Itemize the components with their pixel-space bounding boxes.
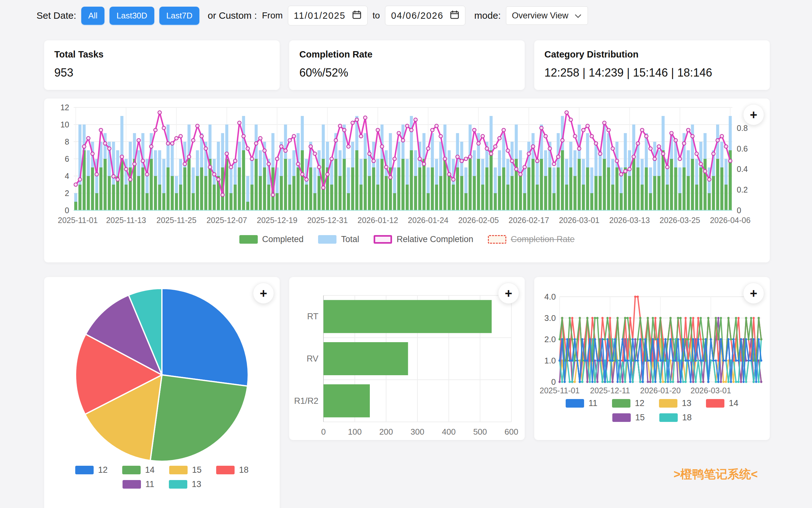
legend-item-12[interactable]: 12 (612, 398, 644, 408)
from-date-input[interactable]: 11/01/2025 (288, 6, 368, 26)
legend-swatch (612, 413, 631, 422)
main-chart-legend: CompletedTotalRelative CompletionComplet… (50, 235, 764, 244)
legend-label: 14 (729, 398, 738, 408)
legend-swatch (706, 399, 724, 408)
svg-text:2026-01-24: 2026-01-24 (408, 216, 448, 225)
svg-text:2026-03-01: 2026-03-01 (559, 216, 600, 225)
svg-text:2025-11-13: 2025-11-13 (106, 216, 146, 225)
legend-item-15[interactable]: 15 (612, 413, 645, 423)
svg-text:4: 4 (65, 172, 69, 180)
legend-swatch (659, 399, 677, 408)
legend-label: Total (341, 235, 359, 244)
svg-text:0.8: 0.8 (737, 124, 748, 132)
svg-text:2025-12-31: 2025-12-31 (307, 216, 348, 225)
svg-text:2.0: 2.0 (544, 335, 556, 344)
legend-swatch (566, 399, 584, 408)
legend-item-14[interactable]: 14 (122, 465, 155, 475)
brand-text: >橙鸭笔记系统< (674, 466, 758, 482)
legend-swatch (374, 235, 392, 244)
calendar-icon[interactable] (450, 10, 459, 22)
svg-text:500: 500 (473, 427, 487, 436)
svg-text:2026-03-13: 2026-03-13 (609, 216, 650, 225)
svg-text:2026-03-01: 2026-03-01 (690, 386, 731, 395)
legend-item-18[interactable]: 18 (659, 413, 692, 423)
svg-text:300: 300 (411, 427, 424, 436)
category-pie-chart (44, 277, 280, 464)
mode-label: mode: (474, 10, 500, 21)
svg-text:100: 100 (348, 427, 362, 436)
svg-text:2025-11-01: 2025-11-01 (540, 386, 580, 395)
total-tasks-title: Total Tasks (54, 49, 270, 60)
svg-text:RV: RV (307, 354, 318, 364)
legend-item-11[interactable]: 11 (123, 479, 154, 489)
legend-swatch (216, 466, 235, 474)
svg-text:10: 10 (60, 120, 69, 129)
legend-swatch (612, 399, 630, 408)
legend-item-13[interactable]: 13 (169, 479, 201, 489)
to-date-input[interactable]: 04/06/2026 (385, 6, 465, 26)
daily-tasks-chart-card: + 0246810122025-11-012025-11-132025-11-2… (44, 98, 770, 262)
from-label: From (262, 10, 283, 20)
svg-text:2026-02-17: 2026-02-17 (509, 216, 549, 225)
legend-label: 13 (192, 479, 201, 489)
legend-label: 11 (145, 479, 154, 489)
legend-swatch (123, 480, 141, 489)
legend-item-completion-rate[interactable]: Completion Rate (488, 235, 575, 244)
svg-text:2026-02-05: 2026-02-05 (458, 216, 499, 225)
legend-item-12[interactable]: 12 (75, 465, 108, 475)
completion-rate-value: 60%/52% (299, 66, 515, 79)
expand-pie-button[interactable]: + (253, 283, 274, 304)
svg-text:6: 6 (65, 155, 69, 163)
date-filter-bar: Set Date: All Last30D Last7D or Custom :… (37, 4, 588, 27)
svg-text:3.0: 3.0 (544, 313, 556, 323)
svg-text:2: 2 (65, 189, 69, 198)
legend-label: 18 (239, 465, 248, 475)
svg-text:2026-01-12: 2026-01-12 (357, 216, 398, 225)
svg-text:2025-11-25: 2025-11-25 (156, 216, 196, 225)
legend-label: 15 (635, 413, 645, 423)
pie-chart-legend: 121415181113 (44, 465, 280, 489)
expand-bar-button[interactable]: + (498, 283, 519, 304)
legend-item-13[interactable]: 13 (659, 398, 691, 408)
to-label: to (373, 10, 380, 20)
category-distribution-card: Category Distribution 12:258 | 14:239 | … (534, 40, 770, 90)
filter-all-button[interactable]: All (81, 7, 104, 25)
legend-swatch (169, 480, 187, 489)
mode-select[interactable]: Overview View (506, 6, 588, 25)
filter-last7d-button[interactable]: Last7D (159, 7, 199, 25)
total-tasks-card: Total Tasks 953 (44, 40, 280, 90)
legend-label: 11 (588, 398, 598, 408)
svg-text:0.4: 0.4 (737, 165, 748, 173)
svg-text:600: 600 (505, 427, 518, 436)
svg-text:2026-04-06: 2026-04-06 (710, 216, 751, 225)
svg-text:2025-12-07: 2025-12-07 (206, 216, 247, 225)
legend-item-18[interactable]: 18 (216, 465, 248, 475)
svg-text:2025-11-01: 2025-11-01 (58, 216, 98, 225)
svg-text:400: 400 (442, 427, 456, 436)
type-horizontal-bar-chart: 0100200300400500600RTRVR1/R2 (289, 277, 525, 440)
filter-last30d-button[interactable]: Last30D (109, 7, 154, 25)
legend-item-11[interactable]: 11 (566, 398, 598, 408)
legend-item-relative-completion[interactable]: Relative Completion (374, 235, 473, 244)
legend-item-total[interactable]: Total (318, 235, 359, 244)
legend-swatch (488, 235, 506, 244)
svg-text:0: 0 (552, 377, 556, 387)
or-custom-label: or Custom : (207, 10, 257, 21)
legend-swatch (75, 466, 94, 474)
svg-text:2025-12-19: 2025-12-19 (257, 216, 297, 225)
total-tasks-value: 953 (54, 66, 270, 79)
completion-rate-card: Completion Rate 60%/52% (289, 40, 525, 90)
calendar-icon[interactable] (352, 10, 362, 22)
legend-label: 12 (635, 398, 644, 408)
expand-chart-button[interactable]: + (743, 104, 764, 125)
expand-lines-button[interactable]: + (743, 283, 764, 304)
set-date-label: Set Date: (37, 10, 76, 21)
legend-label: 14 (145, 465, 155, 475)
legend-item-14[interactable]: 14 (706, 398, 738, 408)
legend-label: Completed (262, 235, 304, 244)
legend-item-15[interactable]: 15 (169, 465, 201, 475)
svg-text:12: 12 (60, 103, 69, 112)
legend-item-completed[interactable]: Completed (239, 235, 304, 244)
svg-text:R1/R2: R1/R2 (294, 396, 318, 406)
legend-label: 15 (192, 465, 201, 475)
